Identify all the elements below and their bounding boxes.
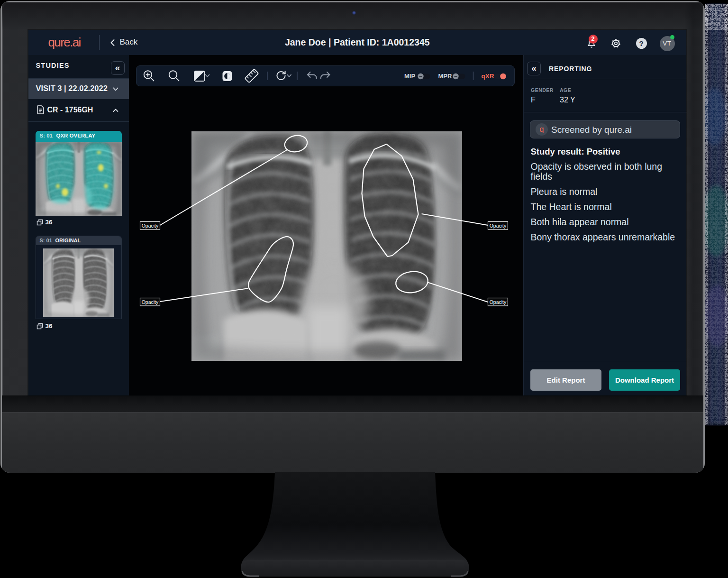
svg-text:Opacity: Opacity [489,223,506,229]
svg-text:qXR: qXR [482,73,494,80]
svg-text:Opacity: Opacity [489,299,506,305]
svg-text:MPR: MPR [438,73,453,80]
svg-text:Opacity: Opacity [141,223,158,229]
svg-text:MIP: MIP [404,73,415,80]
svg-text:Opacity: Opacity [141,299,158,305]
